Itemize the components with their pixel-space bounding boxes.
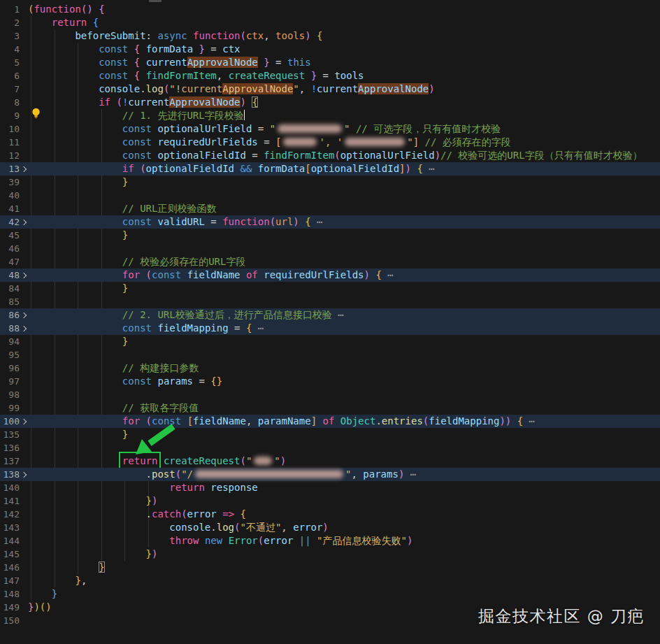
code-text[interactable]: const fieldMapping = { ⋯ [28,322,660,335]
code-line-140[interactable]: 140 return response [0,481,660,494]
code-text[interactable]: console.log("不通过", error) [28,521,660,534]
code-text[interactable]: .post("/", params) ⋯ [28,468,660,481]
line-number[interactable]: 13 [0,162,20,176]
code-text[interactable]: if (optionalFieldId && formData[optional… [28,162,660,176]
line-number[interactable]: 147 [0,574,20,587]
code-line-1[interactable]: 1(function() { [0,3,660,16]
line-number[interactable]: 146 [0,561,20,574]
line-number[interactable]: 150 [0,614,20,627]
code-line-5[interactable]: 5 const { currentApprovalNode } = this [0,56,660,69]
code-line-138[interactable]: 138 .post("/", params) ⋯ [0,468,660,481]
code-text[interactable]: .catch(error => { [28,508,660,521]
line-number[interactable]: 5 [0,56,20,69]
line-number[interactable]: 47 [0,255,20,269]
code-text[interactable]: // 1. 先进行URL字段校验 [28,109,660,122]
code-line-148[interactable]: 148 } [0,587,660,601]
fold-chevron[interactable] [20,215,28,229]
code-line-100[interactable]: 100 for (const [fieldName, paramName] of… [0,415,660,428]
code-line-84[interactable]: 84 } [0,282,660,295]
code-line-143[interactable]: 143 console.log("不通过", error) [0,521,660,534]
line-number[interactable]: 10 [0,122,20,136]
code-text[interactable]: } [28,229,660,242]
code-text[interactable]: return response [28,481,660,494]
fold-chevron[interactable] [20,415,28,428]
code-line-88[interactable]: 88 const fieldMapping = { ⋯ [0,322,660,335]
line-number[interactable]: 99 [0,401,20,415]
line-number[interactable]: 148 [0,587,20,601]
line-number[interactable]: 84 [0,282,20,295]
line-number[interactable]: 85 [0,295,20,308]
line-number[interactable]: 8 [0,96,20,109]
code-line-8[interactable]: 8 if (!currentApprovalNode) { [0,96,660,109]
line-number[interactable]: 138 [0,468,20,481]
code-text[interactable]: } [28,176,660,189]
code-text[interactable]: const { currentApprovalNode } = this [28,56,660,69]
code-text[interactable]: const optionalUrlField = "" // 可选字段，只有有值… [28,122,660,136]
code-text[interactable]: const params = {} [28,375,660,388]
code-line-48[interactable]: 48 for (const fieldName of requiredUrlFi… [0,269,660,282]
code-line-142[interactable]: 142 .catch(error => { [0,508,660,521]
line-number[interactable]: 100 [0,415,20,428]
code-text[interactable]: for (const [fieldName, paramName] of Obj… [28,415,660,428]
code-line-137[interactable]: 137 return createRequest("") [0,455,660,468]
line-number[interactable]: 6 [0,69,20,83]
line-number[interactable]: 41 [0,202,20,215]
code-text[interactable]: const optionalFieldId = findFormItem(opt… [28,149,660,162]
code-line-98[interactable]: 98 [0,388,660,401]
code-line-10[interactable]: 10 const optionalUrlField = "" // 可选字段，只… [0,122,660,136]
code-text[interactable]: beforeSubmit: async function(ctx, tools)… [28,29,660,43]
code-text[interactable]: // 获取各字段值 [28,401,660,415]
line-number[interactable]: 97 [0,375,20,388]
code-text[interactable]: } [28,587,660,601]
code-line-13[interactable]: 13 if (optionalFieldId && formData[optio… [0,162,660,176]
line-number[interactable]: 2 [0,16,20,29]
code-line-46[interactable]: 46 [0,242,660,255]
code-line-95[interactable]: 95 [0,348,660,362]
code-text[interactable]: } [28,282,660,295]
code-text[interactable]: if (!currentApprovalNode) { [28,96,660,109]
code-text[interactable] [28,441,660,455]
code-line-7[interactable]: 7 console.log("!currentApprovalNode", !c… [0,83,660,96]
code-text[interactable]: } [28,335,660,348]
code-line-146[interactable]: 146 } [0,561,660,574]
lightbulb-icon[interactable] [31,108,41,120]
code-line-135[interactable]: 135 } [0,428,660,441]
line-number[interactable]: 94 [0,335,20,348]
line-number[interactable]: 40 [0,189,20,202]
code-text[interactable]: } [28,561,660,574]
code-text[interactable]: const { formData } = ctx [28,43,660,56]
code-text[interactable]: // URL正则校验函数 [28,202,660,215]
code-text[interactable]: }) [28,548,660,561]
code-text[interactable]: const validURL = function(url) { ⋯ [28,215,660,229]
code-text[interactable] [28,242,660,255]
code-line-41[interactable]: 41 // URL正则校验函数 [0,202,660,215]
code-text[interactable] [28,388,660,401]
line-number[interactable]: 98 [0,388,20,401]
code-text[interactable]: }) [28,494,660,508]
code-text[interactable]: // 构建接口参数 [28,362,660,375]
code-line-9[interactable]: 9 // 1. 先进行URL字段校验 [0,109,660,122]
line-number[interactable]: 96 [0,362,20,375]
line-number[interactable]: 145 [0,548,20,561]
line-number[interactable]: 141 [0,494,20,508]
code-text[interactable]: throw new Error(error || "产品信息校验失败") [28,534,660,548]
line-number[interactable]: 48 [0,269,20,282]
code-text[interactable]: } [28,428,660,441]
code-line-39[interactable]: 39 } [0,176,660,189]
line-number[interactable]: 39 [0,176,20,189]
code-text[interactable] [28,295,660,308]
code-line-2[interactable]: 2 return { [0,16,660,29]
code-line-11[interactable]: 11 const requiredUrlFields = [', '"] // … [0,136,660,149]
code-line-86[interactable]: 86 // 2. URL校验通过后，进行产品信息接口校验 ⋯ [0,308,660,322]
code-line-4[interactable]: 4 const { formData } = ctx [0,43,660,56]
line-number[interactable]: 140 [0,481,20,494]
line-number[interactable]: 46 [0,242,20,255]
code-line-144[interactable]: 144 throw new Error(error || "产品信息校验失败") [0,534,660,548]
line-number[interactable]: 4 [0,43,20,56]
code-line-3[interactable]: 3 beforeSubmit: async function(ctx, tool… [0,29,660,43]
code-line-40[interactable]: 40 [0,189,660,202]
line-number[interactable]: 149 [0,601,20,614]
line-number[interactable]: 143 [0,521,20,534]
line-number[interactable]: 11 [0,136,20,149]
code-line-97[interactable]: 97 const params = {} [0,375,660,388]
